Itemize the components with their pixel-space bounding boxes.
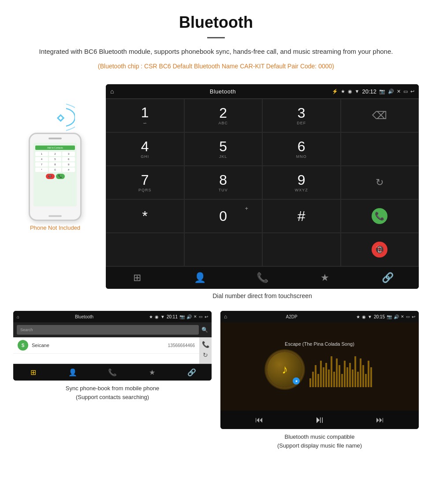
music-close-icon: ✕	[401, 314, 404, 319]
music-bt-badge: ★	[293, 377, 300, 385]
dial-key-hash[interactable]: #	[262, 199, 341, 233]
spectrum-bar	[368, 361, 369, 387]
music-prev-button[interactable]: ⏮	[255, 415, 263, 425]
music-title: A2DP	[286, 314, 298, 319]
camera-icon: 📷	[379, 89, 385, 94]
header-description: Integrated with BC6 Bluetooth module, su…	[26, 46, 406, 57]
page-header: Bluetooth Integrated with BC6 Bluetooth …	[0, 0, 432, 80]
pb-close-icon: ✕	[194, 314, 197, 319]
pb-nav-apps[interactable]: ⊞	[13, 366, 53, 378]
spectrum-bar	[354, 356, 356, 387]
music-vol-icon: 🔊	[394, 314, 399, 319]
pb-wifi-icon: ▼	[160, 314, 165, 319]
dialpad-statusbar: ⌂ Bluetooth ⚡ ★ ◉ ▼ 20:12 📷 🔊 ✕ ▭ ↩	[106, 84, 419, 98]
pb-title: Bluetooth	[75, 314, 93, 319]
call-button[interactable]: 📞	[341, 199, 419, 233]
pb-list-item[interactable]: S Seicane 13566664466	[13, 337, 199, 354]
pb-loc-icon: ◉	[155, 314, 159, 319]
spectrum-bar	[352, 370, 354, 387]
music-camera-icon: 📷	[387, 314, 392, 319]
pb-side-reload-icon[interactable]: ↻	[203, 351, 208, 358]
music-screen: ⌂ A2DP ★ ◉ ▼ 20:15 📷 🔊 ✕ ▭ ↩ Escape (The…	[220, 311, 419, 429]
pb-list: S Seicane 13566664466	[13, 337, 199, 364]
music-next-button[interactable]: ⏭	[376, 415, 384, 425]
spectrum-bar	[312, 372, 314, 387]
call-green-icon: 📞	[372, 208, 387, 224]
bottom-screenshots: ⌂ Bluetooth ★ ◉ ▼ 20:11 📷 🔊 ✕ ▭ ↩ Search	[0, 311, 432, 460]
music-play-pause-button[interactable]: ⏯	[315, 414, 324, 426]
music-back-icon: ↩	[412, 314, 415, 319]
pb-search-icon[interactable]: 🔍	[201, 327, 208, 333]
pb-content-flex: S Seicane 13566664466 📞 ↻	[13, 337, 212, 364]
main-dial-section: ⬦ Add to Contacts 1 2 3 4 5 6 7 8 9 *	[0, 80, 432, 311]
home-icon: ⌂	[110, 88, 114, 95]
svg-text:⬦: ⬦	[56, 108, 65, 125]
music-wifi-icon: ▼	[368, 314, 372, 319]
reload-button[interactable]: ↻	[341, 166, 419, 199]
pb-contact-phone: 13566664466	[168, 343, 195, 348]
pb-camera-icon: 📷	[179, 314, 185, 319]
pb-side-call-icon[interactable]: 📞	[202, 341, 209, 348]
pb-vol-icon: 🔊	[186, 314, 192, 319]
pb-side-icons: 📞 ↻	[199, 337, 212, 364]
music-caption: Bluetooth music compatible (Support disp…	[220, 429, 419, 452]
pb-search-bar: Search 🔍	[13, 322, 212, 337]
pb-home-icon: ⌂	[17, 314, 19, 319]
pb-bottom-nav: ⊞ 👤 📞 ★ 🔗	[13, 364, 212, 381]
dial-key-0[interactable]: 0 +	[184, 199, 263, 233]
pb-nav-link[interactable]: 🔗	[172, 366, 212, 378]
spectrum-bar	[309, 378, 311, 387]
dial-key-1[interactable]: 1 ∽	[106, 99, 184, 132]
spectrum-bar	[365, 374, 367, 387]
music-bt-icon: ★	[356, 314, 360, 319]
pb-main-area: S Seicane 13566664466	[13, 337, 199, 364]
nav-bluetooth-button[interactable]: ★	[294, 270, 356, 285]
statusbar-right: ⚡ ★ ◉ ▼ 20:12 📷 🔊 ✕ ▭ ↩	[332, 88, 414, 95]
phone-mockup: Add to Contacts 1 2 3 4 5 6 7 8 9 * 0 #	[29, 133, 82, 221]
phonebook-caption: Sync phone-book from mobile phone (Suppo…	[13, 381, 212, 403]
dial-key-2[interactable]: 2 ABC	[184, 99, 263, 132]
spectrum-bar	[360, 358, 361, 387]
phone-screen: Add to Contacts 1 2 3 4 5 6 7 8 9 * 0 #	[34, 143, 77, 206]
dial-key-5[interactable]: 5 JKL	[184, 132, 263, 166]
window-icon: ▭	[403, 89, 408, 94]
dial-key-6[interactable]: 6 MNO	[262, 132, 341, 166]
end-call-button[interactable]: 📵	[341, 233, 419, 266]
backspace-button[interactable]: ⌫	[341, 99, 419, 132]
nav-phone-button[interactable]: 📞	[231, 270, 294, 285]
pb-nav-contacts[interactable]: 👤	[53, 366, 93, 378]
dial-key-4[interactable]: 4 GHI	[106, 132, 184, 166]
nav-apps-button[interactable]: ⊞	[106, 270, 168, 285]
nav-contacts-button[interactable]: 👤	[168, 270, 231, 285]
dial-key-3[interactable]: 3 DEF	[262, 99, 341, 132]
dial-key-star[interactable]: *	[106, 199, 184, 233]
dialpad-screen: ⌂ Bluetooth ⚡ ★ ◉ ▼ 20:12 📷 🔊 ✕ ▭ ↩	[106, 84, 419, 289]
phone-speaker	[48, 138, 62, 139]
statusbar-title: Bluetooth	[210, 88, 236, 95]
dial-key-8[interactable]: 8 TUV	[184, 166, 263, 199]
nav-link-button[interactable]: 🔗	[356, 270, 419, 285]
spectrum-bar	[341, 374, 343, 387]
spectrum-bar	[323, 367, 324, 387]
dial-key-9[interactable]: 9 WXYZ	[262, 166, 341, 199]
spectrum-bar	[325, 363, 327, 387]
dial-key-7[interactable]: 7 PQRS	[106, 166, 184, 199]
music-song-title: Escape (The Pina Colada Song)	[285, 341, 354, 347]
page-title: Bluetooth	[26, 13, 406, 32]
usb-icon: ⚡	[332, 89, 338, 94]
music-screenshot-wrap: ⌂ A2DP ★ ◉ ▼ 20:15 📷 🔊 ✕ ▭ ↩ Escape (The…	[220, 311, 419, 452]
location-icon: ◉	[348, 89, 352, 94]
pb-search-input[interactable]: Search	[17, 325, 199, 335]
music-main: Escape (The Pina Colada Song) ♪ ★	[220, 322, 419, 411]
pb-search-placeholder: Search	[20, 328, 33, 332]
call-red-icon: 📵	[372, 242, 387, 258]
pb-nav-bluetooth[interactable]: ★	[132, 366, 172, 378]
phone-not-included-label: Phone Not Included	[30, 224, 80, 231]
status-time: 20:12	[362, 88, 376, 95]
phone-screen-header: Add to Contacts	[35, 146, 75, 150]
spectrum-bar	[346, 367, 348, 387]
pb-win-icon: ▭	[199, 314, 203, 319]
spectrum-bar	[331, 356, 332, 387]
header-specs: (Bluetooth chip : CSR BC6 Default Blueto…	[26, 61, 406, 71]
pb-nav-phone[interactable]: 📞	[93, 366, 132, 378]
